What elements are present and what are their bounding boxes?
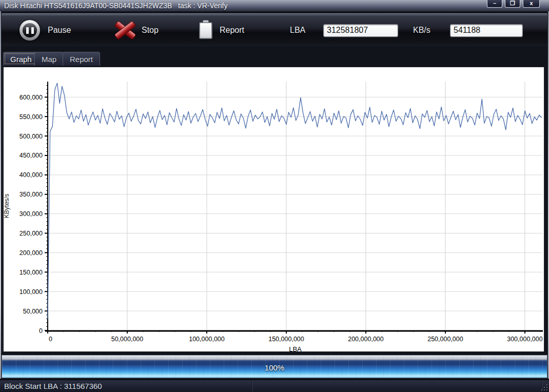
x-tick-label: 250,000,000: [427, 336, 463, 343]
stop-button[interactable]: Stop: [114, 14, 159, 47]
pause-button[interactable]: Pause: [19, 14, 71, 47]
y-tick-label: 50,000: [23, 308, 43, 315]
y-tick-label: 450,000: [19, 152, 43, 159]
kbs-field-group: KB/s: [413, 14, 430, 47]
minimize-button[interactable]: –: [487, 0, 502, 8]
speed-chart: 050,000100,000150,000200,000250,000300,0…: [3, 67, 544, 351]
progress-percent: 100%: [265, 363, 284, 372]
x-tick-label: 0: [49, 336, 52, 343]
pause-icon: [19, 20, 40, 41]
maximize-icon: ❐: [510, 0, 515, 6]
resize-grip[interactable]: [541, 384, 547, 390]
lba-label: LBA: [290, 26, 305, 35]
kbs-field-wrap: [450, 14, 523, 47]
kbs-label: KB/s: [413, 26, 430, 35]
lba-input[interactable]: [323, 24, 398, 37]
y-axis-title: KBytes/s: [3, 194, 10, 218]
tab-graph-label: Graph: [10, 55, 32, 64]
close-button[interactable]: x: [523, 0, 540, 8]
status-text: Block Start LBA : 311567360: [0, 382, 102, 390]
y-tick-label: 250,000: [19, 230, 43, 237]
close-icon: x: [530, 0, 533, 6]
y-tick-label: 400,000: [19, 171, 43, 179]
window-left-edge: [0, 11, 1, 379]
speed-series-line: [48, 83, 542, 319]
x-axis-title: LBA: [289, 345, 302, 351]
kbs-input[interactable]: [450, 24, 523, 37]
y-tick-label: 150,000: [19, 269, 43, 276]
progress-bar: 100%: [2, 355, 547, 378]
maximize-button[interactable]: ❐: [505, 0, 520, 8]
tab-map-label: Map: [42, 55, 56, 64]
y-tick-label: 600,000: [19, 94, 43, 101]
stop-label: Stop: [142, 26, 159, 35]
tab-report-label: Report: [70, 55, 93, 64]
stop-icon: [114, 20, 136, 41]
status-bar: Block Start LBA : 311567360: [0, 380, 549, 392]
window-controls: – ❐ x: [487, 0, 540, 8]
report-label: Report: [220, 26, 244, 35]
y-tick-label: 100,000: [19, 288, 43, 296]
y-tick-label: 200,000: [19, 249, 43, 257]
window-title: Disk Hitachi HTS541616J9AT00-SB0441SJH2W…: [0, 2, 227, 10]
x-tick-label: 50,000,000: [111, 336, 144, 343]
y-tick-label: 350,000: [19, 191, 43, 198]
x-tick-label: 100,000,000: [189, 336, 225, 343]
status-divider: [252, 381, 252, 391]
chart-panel: 050,000100,000150,000200,000250,000300,0…: [2, 67, 544, 352]
lba-field-group: LBA: [290, 14, 305, 47]
x-tick-label: 200,000,000: [348, 336, 384, 343]
tab-map[interactable]: Map: [34, 52, 64, 66]
y-tick-label: 0: [39, 327, 43, 335]
title-bar: Disk Hitachi HTS541616J9AT00-SB0441SJH2W…: [0, 0, 549, 11]
tab-bar: Graph Map Report: [2, 51, 547, 66]
y-tick-label: 500,000: [19, 133, 43, 140]
lba-field-wrap: [323, 14, 398, 47]
x-tick-label: 300,000,000: [507, 336, 543, 343]
y-tick-label: 300,000: [19, 210, 43, 218]
pause-label: Pause: [48, 26, 71, 35]
report-button[interactable]: Report: [199, 14, 244, 47]
tab-graph[interactable]: Graph: [3, 52, 39, 66]
toolbar: Pause Stop: [2, 13, 547, 46]
tab-report[interactable]: Report: [63, 52, 100, 66]
y-tick-label: 550,000: [19, 113, 43, 121]
app-window: Disk Hitachi HTS541616J9AT00-SB0441SJH2W…: [0, 0, 549, 392]
minimize-icon: –: [493, 0, 496, 6]
report-icon: [199, 22, 212, 39]
x-tick-label: 150,000,000: [268, 336, 304, 343]
